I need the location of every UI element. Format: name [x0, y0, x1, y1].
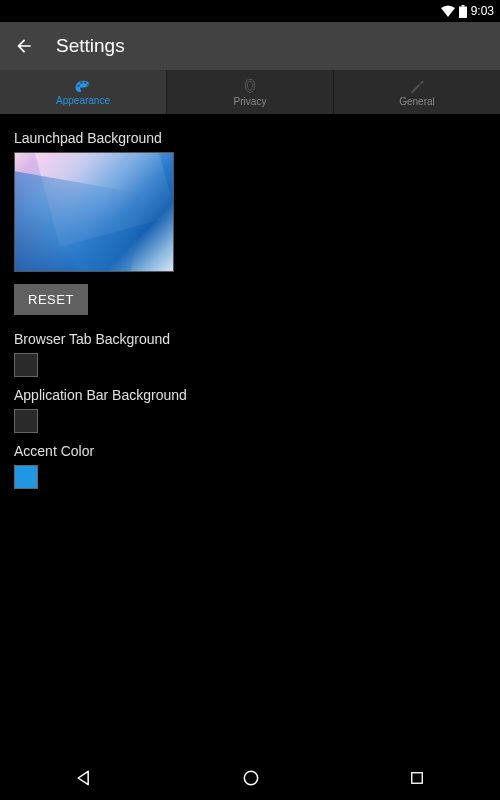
content-area: Launchpad Background RESET Browser Tab B… — [0, 114, 500, 509]
nav-recent-icon[interactable] — [408, 769, 426, 787]
reset-button[interactable]: RESET — [14, 284, 88, 315]
tab-appearance[interactable]: Appearance — [0, 70, 167, 114]
tab-privacy[interactable]: Privacy — [167, 70, 334, 114]
nav-home-icon[interactable] — [241, 768, 261, 788]
accent-color-swatch[interactable] — [14, 465, 38, 489]
back-icon[interactable] — [14, 36, 34, 56]
svg-rect-3 — [412, 773, 423, 784]
svg-rect-0 — [459, 6, 467, 18]
fingerprint-icon — [242, 78, 258, 94]
launchpad-bg-preview[interactable] — [14, 152, 174, 272]
svg-point-2 — [244, 771, 257, 784]
accent-color-label: Accent Color — [14, 443, 486, 459]
wifi-icon — [441, 5, 455, 17]
nav-bar — [0, 756, 500, 800]
launchpad-bg-label: Launchpad Background — [14, 130, 486, 146]
palette-icon — [74, 79, 92, 93]
tab-label: Privacy — [234, 96, 267, 107]
wrench-icon — [409, 78, 425, 94]
status-bar: 9:03 — [0, 0, 500, 22]
svg-rect-1 — [461, 5, 464, 7]
tab-general[interactable]: General — [334, 70, 500, 114]
tab-label: Appearance — [56, 95, 110, 106]
tab-label: General — [399, 96, 435, 107]
app-bar-bg-swatch[interactable] — [14, 409, 38, 433]
status-time: 9:03 — [471, 4, 494, 18]
tabs: Appearance Privacy General — [0, 70, 500, 114]
nav-back-icon[interactable] — [74, 768, 94, 788]
battery-icon — [459, 5, 467, 18]
browser-tab-bg-swatch[interactable] — [14, 353, 38, 377]
app-bar-bg-label: Application Bar Background — [14, 387, 486, 403]
app-bar: Settings — [0, 22, 500, 70]
page-title: Settings — [56, 35, 125, 57]
browser-tab-bg-label: Browser Tab Background — [14, 331, 486, 347]
